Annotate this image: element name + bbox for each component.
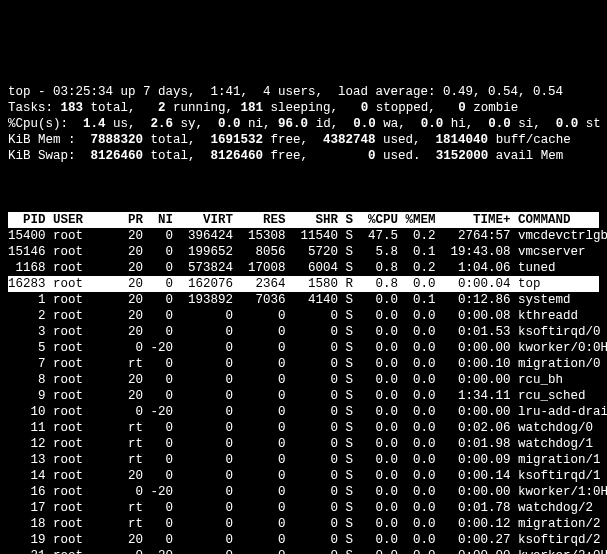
process-row[interactable]: 18 root rt 0 0 0 0 S 0.0 0.0 0:00.12 mig… [8,516,599,532]
process-row[interactable]: 15146 root 20 0 199652 8056 5720 S 5.8 0… [8,244,599,260]
process-row[interactable]: 16 root 0 -20 0 0 0 S 0.0 0.0 0:00.00 kw… [8,484,599,500]
process-row[interactable]: 3 root 20 0 0 0 0 S 0.0 0.0 0:01.53 ksof… [8,324,599,340]
column-headers: PID USER PR NI VIRT RES SHR S %CPU %MEM … [8,212,599,228]
blank-line [8,180,599,196]
process-row[interactable]: 15400 root 20 0 396424 15308 11540 S 47.… [8,228,599,244]
process-row[interactable]: 8 root 20 0 0 0 0 S 0.0 0.0 0:00.00 rcu_… [8,372,599,388]
process-row[interactable]: 7 root rt 0 0 0 0 S 0.0 0.0 0:00.10 migr… [8,356,599,372]
process-row[interactable]: 1168 root 20 0 573824 17008 6004 S 0.8 0… [8,260,599,276]
process-row[interactable]: 10 root 0 -20 0 0 0 S 0.0 0.0 0:00.00 lr… [8,404,599,420]
uptime-line: top - 03:25:34 up 7 days, 1:41, 4 users,… [8,85,563,99]
process-row[interactable]: 13 root rt 0 0 0 0 S 0.0 0.0 0:00.09 mig… [8,452,599,468]
process-row[interactable]: 11 root rt 0 0 0 0 S 0.0 0.0 0:02.06 wat… [8,420,599,436]
process-row[interactable]: 16283 root 20 0 162076 2364 1580 R 0.8 0… [8,276,599,292]
process-row[interactable]: 21 root 0 -20 0 0 0 S 0.0 0.0 0:00.00 kw… [8,548,599,554]
process-row[interactable]: 2 root 20 0 0 0 0 S 0.0 0.0 0:00.08 kthr… [8,308,599,324]
summary-block: top - 03:25:34 up 7 days, 1:41, 4 users,… [8,68,599,164]
tasks-line: Tasks: 183 total, 2 running, 181 sleepin… [8,101,518,115]
swap-line: KiB Swap: 8126460 total, 8126460 free, 0… [8,149,563,163]
process-list[interactable]: 15400 root 20 0 396424 15308 11540 S 47.… [8,228,599,554]
process-row[interactable]: 19 root 20 0 0 0 0 S 0.0 0.0 0:00.27 kso… [8,532,599,548]
mem-line: KiB Mem : 7888320 total, 1691532 free, 4… [8,133,571,147]
process-row[interactable]: 12 root rt 0 0 0 0 S 0.0 0.0 0:01.98 wat… [8,436,599,452]
process-row[interactable]: 9 root 20 0 0 0 0 S 0.0 0.0 1:34.11 rcu_… [8,388,599,404]
process-row[interactable]: 5 root 0 -20 0 0 0 S 0.0 0.0 0:00.00 kwo… [8,340,599,356]
process-row[interactable]: 14 root 20 0 0 0 0 S 0.0 0.0 0:00.14 kso… [8,468,599,484]
cpu-line: %Cpu(s): 1.4 us, 2.6 sy, 0.0 ni, 96.0 id… [8,117,601,131]
process-row[interactable]: 1 root 20 0 193892 7036 4140 S 0.0 0.1 0… [8,292,599,308]
process-row[interactable]: 17 root rt 0 0 0 0 S 0.0 0.0 0:01.78 wat… [8,500,599,516]
